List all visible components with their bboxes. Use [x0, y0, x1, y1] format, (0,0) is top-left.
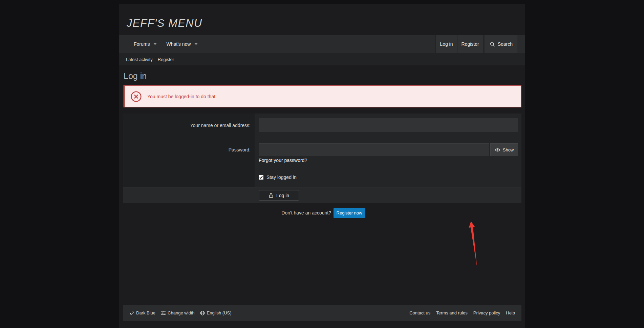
error-message: You must be logged-in to do that. [147, 94, 217, 99]
site-logo[interactable]: JEFF'S MENU [127, 17, 202, 29]
form-submit-row: Log in [123, 187, 521, 203]
error-banner: You must be logged-in to do that. [123, 85, 521, 107]
language-chooser[interactable]: English (US) [200, 310, 232, 315]
subnav-item-latest-activity[interactable]: Latest activity [126, 57, 153, 62]
nav-item-forums[interactable]: Forums [129, 35, 162, 53]
login-submit-label: Log in [276, 193, 289, 198]
register-prompt-text: Don't have an account? [230, 208, 331, 218]
nav-actions-group: Log in Register Search [435, 35, 517, 53]
language-chooser-label: English (US) [207, 310, 232, 315]
main-nav: Forums What's new Log in Register [119, 35, 525, 53]
chevron-down-icon [153, 43, 157, 45]
stay-logged-in-label[interactable]: Stay logged in [266, 175, 297, 180]
footer-links-group: Contact us Terms and rules Privacy polic… [409, 310, 515, 315]
change-width-control[interactable]: Change width [161, 310, 195, 315]
username-input[interactable] [259, 118, 518, 132]
search-icon [490, 42, 495, 47]
page: JEFF'S MENU Forums What's new Log in [0, 0, 644, 328]
error-x-circle-icon [130, 91, 142, 102]
footer-link-contact-us[interactable]: Contact us [409, 310, 430, 315]
change-width-label: Change width [168, 310, 195, 315]
show-password-button[interactable]: Show [490, 143, 518, 156]
nav-left-group: Forums What's new [129, 35, 202, 53]
content-column: JEFF'S MENU Forums What's new Log in [119, 4, 525, 328]
lock-icon [269, 193, 273, 198]
style-chooser[interactable]: Dark Blue [129, 310, 155, 315]
nav-register-button[interactable]: Register [457, 35, 484, 53]
checkbox-check-icon [259, 176, 263, 179]
sliders-icon [161, 311, 166, 315]
nav-search-label: Search [498, 41, 513, 47]
nav-item-whats-new[interactable]: What's new [162, 35, 202, 53]
stay-logged-in-row[interactable]: Stay logged in [259, 175, 297, 180]
forgot-password-link[interactable]: Forgot your password? [259, 158, 307, 163]
register-now-button[interactable]: Register now [334, 208, 365, 218]
nav-login-button[interactable]: Log in [435, 35, 457, 53]
sub-nav: Latest activity Register [119, 53, 525, 65]
password-input[interactable] [259, 143, 489, 156]
login-form: Your name or email address: Password: Sh… [123, 114, 521, 203]
stay-logged-in-checkbox[interactable] [259, 175, 263, 180]
footer-bar: Dark Blue Change width [123, 305, 521, 321]
style-chooser-label: Dark Blue [136, 310, 155, 315]
subnav-item-register[interactable]: Register [158, 57, 174, 62]
eye-icon [495, 148, 500, 152]
username-label: Your name or email address: [123, 123, 251, 128]
password-row: Show [259, 143, 518, 156]
paintbrush-icon [129, 311, 134, 315]
login-submit-button[interactable]: Log in [259, 190, 299, 201]
nav-item-label: What's new [166, 41, 191, 47]
password-label: Password: [123, 147, 251, 152]
footer-link-terms[interactable]: Terms and rules [436, 310, 467, 315]
footer-link-privacy[interactable]: Privacy policy [473, 310, 500, 315]
show-password-label: Show [503, 147, 514, 152]
footer-link-help[interactable]: Help [506, 310, 515, 315]
footer-left-group: Dark Blue Change width [129, 310, 232, 315]
page-title: Log in [124, 71, 147, 81]
nav-search-button[interactable]: Search [485, 35, 517, 53]
globe-icon [200, 311, 205, 315]
nav-item-label: Forums [134, 41, 150, 47]
chevron-down-icon [194, 43, 198, 45]
